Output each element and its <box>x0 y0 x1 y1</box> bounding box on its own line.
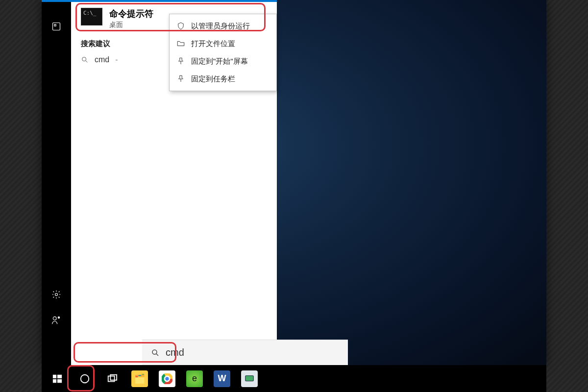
ctx-pin-to-taskbar-label: 固定到任务栏 <box>191 74 235 84</box>
svg-rect-10 <box>57 374 62 378</box>
svg-rect-21 <box>245 375 254 381</box>
vmware-icon <box>241 370 258 387</box>
best-match-subtitle: 桌面 <box>109 21 153 29</box>
svg-point-4 <box>58 317 59 318</box>
best-match-title: 命令提示符 <box>109 8 153 20</box>
taskbar-app-word[interactable]: W <box>209 365 235 392</box>
ctx-pin-to-start-label: 固定到"开始"屏幕 <box>191 57 248 66</box>
ctx-open-file-location-label: 打开文件位置 <box>191 39 235 49</box>
taskbar-app-chrome[interactable] <box>154 365 180 392</box>
svg-point-5 <box>82 57 86 61</box>
taskbar-app-vmware[interactable] <box>237 365 262 392</box>
svg-rect-12 <box>57 379 62 382</box>
suggestion-label: cmd <box>95 55 109 64</box>
ctx-run-as-admin[interactable]: 以管理员身份运行 <box>170 17 276 35</box>
ctx-run-as-admin-label: 以管理员身份运行 <box>191 22 250 31</box>
taskbar: 🗂️ e W <box>42 365 546 392</box>
settings-icon[interactable] <box>42 282 71 307</box>
circle-icon <box>79 373 90 384</box>
svg-point-13 <box>81 374 89 383</box>
chrome-icon <box>159 370 175 387</box>
word-icon: W <box>214 370 230 387</box>
svg-point-3 <box>53 317 56 320</box>
rail-apps-icon[interactable] <box>42 14 71 39</box>
ctx-pin-to-start[interactable]: 固定到"开始"屏幕 <box>170 52 276 70</box>
shield-admin-icon <box>176 22 185 30</box>
svg-point-20 <box>165 377 169 380</box>
svg-rect-15 <box>110 374 117 380</box>
search-input-container[interactable] <box>142 340 348 365</box>
panel-accent <box>71 0 277 2</box>
best-match-text: 命令提示符 桌面 <box>109 8 153 29</box>
svg-line-8 <box>156 354 158 356</box>
svg-point-7 <box>152 350 157 354</box>
edge-icon: e <box>186 370 203 387</box>
screenshot-stage: C:\_ 命令提示符 桌面 搜索建议 cmd - 〉 以管理员身份运行 打开文件… <box>0 0 588 392</box>
feedback-icon[interactable] <box>42 307 71 333</box>
search-flyout-rail <box>42 0 71 365</box>
pin-icon <box>176 57 185 66</box>
rail-accent <box>42 0 71 2</box>
context-menu: 以管理员身份运行 打开文件位置 固定到"开始"屏幕 固定到任务栏 <box>169 14 277 91</box>
cmd-icon: C:\_ <box>81 8 102 25</box>
suggestion-dash: - <box>115 55 118 64</box>
pin-icon <box>176 74 185 83</box>
svg-rect-11 <box>53 379 56 382</box>
file-explorer-icon: 🗂️ <box>131 370 148 387</box>
ctx-open-file-location[interactable]: 打开文件位置 <box>170 35 276 52</box>
svg-rect-14 <box>108 376 115 381</box>
search-results-panel: C:\_ 命令提示符 桌面 搜索建议 cmd - 〉 以管理员身份运行 打开文件… <box>71 0 277 365</box>
ctx-pin-to-taskbar[interactable]: 固定到任务栏 <box>170 70 276 88</box>
folder-icon <box>176 39 185 48</box>
svg-line-6 <box>86 61 87 62</box>
search-input[interactable] <box>166 347 339 358</box>
svg-rect-9 <box>53 374 56 378</box>
windows-logo-icon <box>52 373 63 384</box>
svg-rect-0 <box>53 23 60 30</box>
taskbar-app-file-explorer[interactable]: 🗂️ <box>127 365 152 392</box>
svg-point-2 <box>55 294 58 296</box>
cortana-search-button[interactable] <box>72 365 98 392</box>
svg-rect-1 <box>54 24 56 26</box>
search-icon <box>81 56 89 64</box>
task-view-button[interactable] <box>99 365 125 392</box>
start-button[interactable] <box>45 365 70 392</box>
search-icon <box>151 348 160 357</box>
taskview-icon <box>107 373 118 384</box>
taskbar-app-edge[interactable]: e <box>182 365 207 392</box>
